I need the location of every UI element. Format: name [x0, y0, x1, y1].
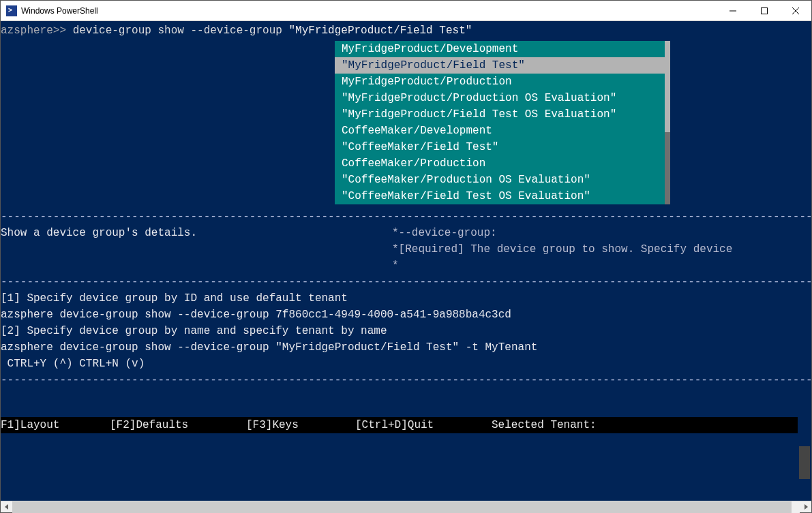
status-f2-defaults[interactable]: [F2]Defaults [110, 417, 246, 433]
dropdown-item[interactable]: "MyFridgeProduct/Field Test OS Evaluatio… [335, 106, 670, 123]
status-bar: F1]Layout [F2]Defaults [F3]Keys [Ctrl+D]… [1, 417, 798, 433]
example-line: azsphere device-group show --device-grou… [1, 309, 511, 321]
status-f1-layout[interactable]: F1]Layout [1, 417, 110, 433]
status-selected-tenant: Selected Tenant: [492, 417, 597, 433]
svg-marker-4 [5, 504, 8, 510]
powershell-icon [6, 5, 17, 16]
dropdown-item-selected[interactable]: "MyFridgeProduct/Field Test" [335, 57, 670, 74]
command-line[interactable]: azsphere>> device-group show --device-gr… [1, 21, 811, 39]
horizontal-scrollbar[interactable] [1, 501, 811, 512]
examples-block: [1] Specify device group by ID and use d… [1, 290, 811, 372]
dropdown-item[interactable]: "CoffeeMaker/Field Test OS Evaluation" [335, 188, 670, 204]
dropdown-item[interactable]: "MyFridgeProduct/Production OS Evaluatio… [335, 90, 670, 106]
example-line: [2] Specify device group by name and spe… [1, 325, 387, 337]
example-line: [1] Specify device group by ID and use d… [1, 292, 348, 305]
dropdown-item[interactable]: CoffeeMaker/Development [335, 123, 670, 139]
help-param-desc: *[Required] The device group to show. Sp… [392, 243, 732, 255]
separator-line: ----------------------------------------… [1, 372, 811, 388]
dropdown-item[interactable]: MyFridgeProduct/Production [335, 74, 670, 90]
window-title: Windows PowerShell [21, 6, 98, 16]
dropdown-item[interactable]: CoffeeMaker/Production [335, 155, 670, 172]
status-f3-keys[interactable]: [F3]Keys [246, 417, 355, 433]
status-quit[interactable]: [Ctrl+D]Quit [355, 417, 492, 433]
scroll-thumb[interactable] [12, 501, 792, 513]
minimize-button[interactable] [717, 1, 749, 20]
scroll-right-arrow[interactable] [800, 501, 811, 513]
help-block: Show a device group's details. *--device… [1, 225, 811, 241]
titlebar[interactable]: Windows PowerShell [1, 1, 811, 21]
terminal-area[interactable]: azsphere>> device-group show --device-gr… [1, 21, 811, 501]
command-argument: "MyFridgeProduct/Field Test" [288, 25, 472, 37]
help-param-cont: * [392, 260, 399, 272]
example-line: azsphere device-group show --device-grou… [1, 341, 537, 354]
dropdown-scroll-thumb[interactable] [665, 41, 670, 132]
dropdown-item[interactable]: MyFridgeProduct/Development [335, 41, 670, 57]
autocomplete-dropdown[interactable]: MyFridgeProduct/Development "MyFridgePro… [335, 41, 670, 204]
example-line: CTRL+Y (^) CTRL+N (v) [1, 358, 145, 370]
maximize-button[interactable] [749, 1, 780, 20]
vertical-scroll-thumb[interactable] [799, 446, 810, 479]
help-params: *--device-group: *[Required] The device … [392, 225, 732, 274]
scroll-left-arrow[interactable] [1, 501, 12, 513]
dropdown-item[interactable]: "CoffeeMaker/Production OS Evaluation" [335, 172, 670, 188]
separator-line: ----------------------------------------… [1, 274, 811, 290]
close-button[interactable] [780, 1, 811, 20]
command-text: device-group show --device-group [73, 25, 289, 37]
svg-rect-1 [762, 7, 768, 14]
svg-marker-5 [805, 504, 808, 510]
powershell-window: Windows PowerShell azsphere>> device-gro… [0, 0, 812, 513]
scroll-track[interactable] [12, 501, 800, 513]
help-param-header: *--device-group: [392, 227, 497, 239]
separator-line: ----------------------------------------… [1, 208, 811, 225]
prompt: azsphere>> [1, 25, 73, 37]
dropdown-item[interactable]: "CoffeeMaker/Field Test" [335, 139, 670, 155]
